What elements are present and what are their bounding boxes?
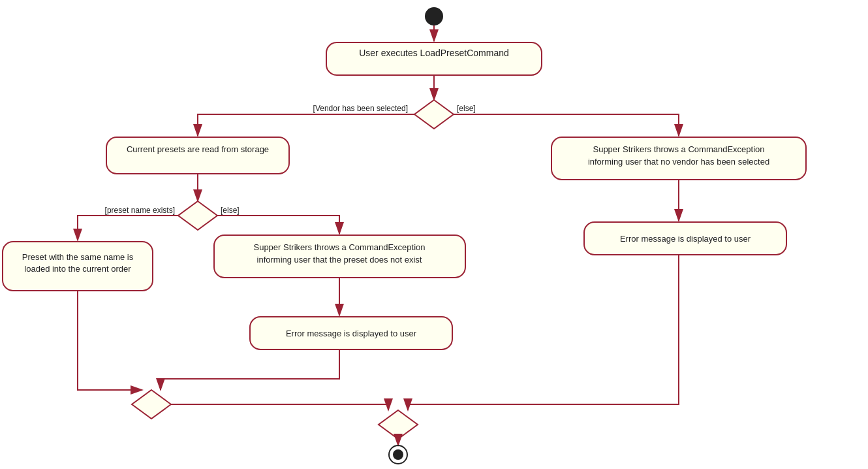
preset-diamond	[178, 201, 217, 230]
read-storage-box	[106, 137, 289, 174]
vendor-else-label: [else]	[457, 104, 476, 113]
preset-exists-label: [preset name exists]	[105, 206, 175, 215]
arrow-preset-loaded	[78, 216, 178, 240]
preset-else-label: [else]	[221, 206, 240, 215]
diagram-svg: User executes LoadPresetCommand [Vendor …	[0, 0, 868, 469]
vendor-diamond	[414, 100, 454, 129]
end-inner	[393, 449, 403, 460]
no-preset-exception-label-2: informing user that the preset does not …	[257, 255, 422, 265]
no-vendor-exception-label-2: informing user that no vendor has been s…	[588, 157, 769, 167]
vendor-yes-label: [Vendor has been selected]	[313, 104, 408, 113]
diagram-canvas: User executes LoadPresetCommand [Vendor …	[0, 0, 868, 469]
arrow-preset-nopreset	[217, 216, 339, 234]
preset-loaded-label-2: loaded into the current order	[24, 264, 131, 274]
arrow-vendor-read	[198, 114, 414, 136]
merge-diamond-center	[379, 410, 418, 439]
read-storage-label: Current presets are read from storage	[127, 144, 269, 154]
error-msg-right-label: Error message is displayed to user	[620, 234, 751, 244]
preset-loaded-label-1: Preset with the same name is	[22, 252, 134, 262]
arrow-vendor-novendor	[454, 114, 679, 136]
merge-diamond-left	[132, 390, 171, 419]
start-node	[425, 7, 443, 25]
arrow-errcenter-merge	[161, 349, 339, 390]
arrow-mergeleft-mergecenter	[171, 404, 388, 410]
error-msg-center-label: Error message is displayed to user	[286, 329, 417, 338]
no-preset-exception-label-1: Supper Strikers throws a CommandExceptio…	[253, 242, 425, 252]
no-vendor-exception-label-1: Supper Strikers throws a CommandExceptio…	[593, 144, 764, 154]
execute-label: User executes LoadPresetCommand	[359, 48, 509, 58]
arrow-loaded-merge	[78, 291, 142, 390]
